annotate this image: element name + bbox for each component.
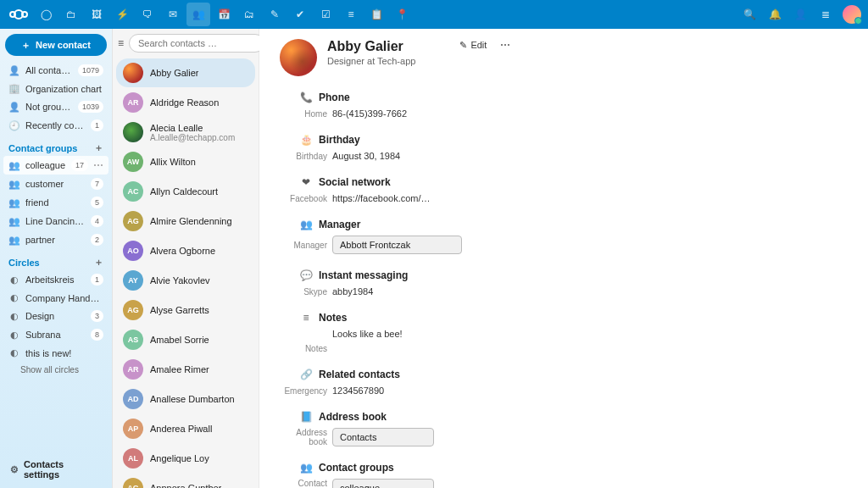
- nav-circle-1[interactable]: ◐Company Handbook: [3, 289, 108, 307]
- row-label: Contact groups: [280, 479, 332, 488]
- section-im-icon: 💬: [300, 269, 312, 281]
- nav-circle-2[interactable]: ◐Design3: [3, 307, 108, 325]
- contact-list-item[interactable]: AYAlvie Yakovlev: [116, 266, 255, 295]
- app-talk-icon[interactable]: 🗨: [136, 3, 159, 26]
- user-avatar[interactable]: [843, 5, 861, 24]
- app-mail-icon[interactable]: ✉: [161, 3, 185, 26]
- nav-circle-3[interactable]: ◐Subrana8: [3, 325, 108, 344]
- nav-circle-0[interactable]: ◐Arbeitskreis1: [3, 270, 108, 289]
- add-group-icon[interactable]: ＋: [94, 141, 103, 154]
- contact-subtitle: Designer at Tech-app: [327, 56, 415, 66]
- menu-icon[interactable]: ≣: [814, 3, 837, 26]
- section-manager-row: ManagerAbbott Frontczak: [280, 236, 848, 254]
- contact-list-item[interactable]: Alecia LealleA.lealle@techapp.com: [116, 118, 255, 147]
- contact-avatar-small: AL: [123, 448, 143, 469]
- nav-main-2[interactable]: 👤Not grouped1039: [3, 97, 108, 116]
- contact-list-item[interactable]: AGAnnnora Gunther: [116, 474, 255, 488]
- more-actions-button[interactable]: ⋯: [500, 39, 511, 51]
- app-tasks-icon[interactable]: ✔: [288, 3, 312, 26]
- app-calendar-icon[interactable]: 📅: [212, 3, 236, 26]
- nav-circle-4-label: this is new!: [25, 348, 103, 358]
- nav-group-0[interactable]: 👥colleague17⋯: [3, 156, 108, 175]
- app-maps-icon[interactable]: 📍: [390, 3, 414, 26]
- add-circle-icon[interactable]: ＋: [94, 256, 103, 269]
- row-select[interactable]: Abbott Frontczak: [332, 236, 462, 254]
- contact-list-item[interactable]: APAnderea Piwall: [116, 414, 255, 443]
- new-contact-label: New contact: [36, 40, 91, 50]
- section-birthday-title: Birthday: [319, 134, 360, 146]
- section-social-row: Facebookhttps://facebook.com/…: [280, 193, 848, 203]
- new-contact-button[interactable]: ＋ New contact: [5, 34, 107, 56]
- app-forms-icon[interactable]: 📋: [364, 3, 388, 26]
- row-value: August 30, 1984: [332, 151, 400, 161]
- section-related: 🔗Related contactsEmergency1234567890: [280, 369, 848, 396]
- nav-group-2[interactable]: 👥friend5: [3, 193, 108, 212]
- contact-list-item[interactable]: AWAllix Wilton: [116, 147, 255, 176]
- users-icon[interactable]: 👤: [788, 3, 812, 26]
- row-value: abby1984: [332, 286, 373, 297]
- list-menu-icon[interactable]: ≡: [118, 37, 124, 49]
- gear-icon: ⚙: [10, 464, 19, 475]
- contact-name: Alvie Yakovlev: [150, 275, 210, 286]
- app-contacts-icon[interactable]: 👥: [186, 3, 210, 26]
- contact-list-item[interactable]: ARAldridge Reason: [116, 88, 255, 117]
- contact-list[interactable]: Abby GalierARAldridge ReasonAlecia Leall…: [113, 58, 259, 488]
- app-todo-icon[interactable]: ≡: [339, 3, 363, 26]
- nav-group-3[interactable]: 👥Line Dancing Group4: [3, 212, 108, 230]
- nav-group-3-count: 4: [91, 215, 103, 227]
- row-select[interactable]: Contacts: [332, 428, 434, 446]
- contact-list-item[interactable]: AOAlvera Ogborne: [116, 236, 255, 265]
- nav-circle-4[interactable]: ◐this is new!: [3, 344, 108, 362]
- section-abook-title: Address book: [319, 411, 387, 423]
- nav-main-1[interactable]: 🏢Organization chart: [3, 80, 108, 97]
- search-input[interactable]: [129, 34, 264, 53]
- nav-group-0-count: 17: [71, 159, 88, 171]
- nav-main-0[interactable]: 👤All contacts1079: [3, 61, 108, 80]
- contact-list-item[interactable]: Abby Galier: [116, 58, 255, 87]
- app-notes-icon[interactable]: ✎: [263, 3, 287, 26]
- nav-group-1[interactable]: 👥customer7: [3, 175, 108, 193]
- nav-main-1-label: Organization chart: [25, 84, 103, 94]
- section-notes: ≡NotesLooks like a bee!Notes: [280, 312, 848, 353]
- contact-list-item[interactable]: ALAngelique Loy: [116, 444, 255, 473]
- app-dashboard-icon[interactable]: ◯: [34, 3, 58, 26]
- app-checklist-icon[interactable]: ☑: [314, 3, 337, 26]
- edit-button[interactable]: ✎ Edit: [459, 40, 487, 51]
- contact-avatar-small: AR: [123, 92, 143, 113]
- notifications-icon[interactable]: 🔔: [763, 3, 787, 26]
- contact-avatar-small: AW: [123, 152, 143, 172]
- contact-list-item[interactable]: AGAlmire Glendenning: [116, 207, 255, 236]
- nav-group-4-icon: 👥: [8, 235, 20, 246]
- left-sidebar: ＋ New contact 👤All contacts1079🏢Organiza…: [0, 29, 112, 488]
- row-label: Birthday: [280, 152, 332, 161]
- app-logo[interactable]: [7, 3, 31, 26]
- contact-list-item[interactable]: AGAlyse Garretts: [116, 296, 255, 324]
- contact-list-item[interactable]: ARAmalee Rimer: [116, 355, 255, 384]
- contact-avatar[interactable]: [280, 39, 317, 76]
- app-photos-icon[interactable]: 🖼: [85, 3, 108, 26]
- nav-group-4-count: 2: [91, 234, 103, 246]
- contact-name: Abby Galier: [327, 39, 415, 54]
- nav-main-3-count: 1: [91, 119, 103, 131]
- contact-avatar-small: AS: [123, 330, 143, 350]
- nav-group-0-more-icon[interactable]: ⋯: [93, 159, 103, 171]
- show-all-circles[interactable]: Show all circles: [3, 362, 108, 378]
- contacts-settings-button[interactable]: ⚙ Contacts settings: [3, 454, 108, 485]
- section-manager-icon: 👥: [300, 219, 312, 230]
- row-label: Home: [280, 109, 332, 119]
- app-deck-icon[interactable]: 🗂: [237, 3, 261, 26]
- list-toolbar: ≡: [113, 29, 259, 58]
- nav-group-4[interactable]: 👥partner2: [3, 230, 108, 249]
- row-select[interactable]: colleague: [332, 479, 434, 488]
- contact-avatar-small: AG: [123, 211, 143, 231]
- app-files-icon[interactable]: 🗀: [59, 3, 83, 26]
- contact-list-item[interactable]: ACAllyn Caldecourt: [116, 177, 255, 206]
- contact-avatar-small: AG: [123, 300, 143, 320]
- contact-list-item[interactable]: ADAnallese Dumbarton: [116, 385, 255, 413]
- search-icon[interactable]: 🔍: [737, 3, 761, 26]
- contact-name: Almire Glendenning: [150, 216, 232, 226]
- contact-list-item[interactable]: ASAmabel Sorrie: [116, 325, 255, 354]
- nav-group-2-label: friend: [25, 197, 86, 208]
- nav-main-3[interactable]: 🕘Recently contacted1: [3, 116, 108, 135]
- app-activity-icon[interactable]: ⚡: [110, 3, 134, 26]
